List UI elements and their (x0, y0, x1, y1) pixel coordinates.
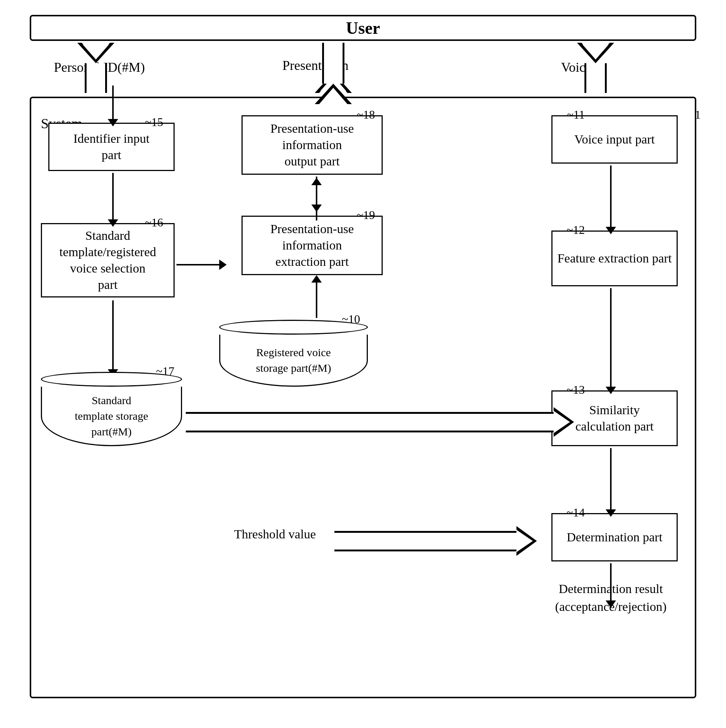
identifier-label: Identifier inputpart (73, 130, 150, 163)
selection-to-registered-arrow (177, 260, 227, 270)
standard-template-label: Standardtemplate/registeredvoice selecti… (59, 228, 156, 294)
voice-input-box: Voice input part (551, 115, 678, 164)
determination-to-result-arrow (606, 563, 616, 608)
standard-template-ref: ~16 (145, 216, 163, 229)
feature-extraction-label: Feature extraction part (557, 250, 672, 266)
user-label: User (346, 18, 380, 38)
registered-voice-label: Registered voicestorage part(#M) (256, 345, 331, 376)
pid-to-identifier-arrow (108, 86, 118, 126)
extraction-to-output-up-arrow (311, 178, 322, 220)
identifier-ref: ~15 (145, 115, 163, 129)
standard-template-box: Standardtemplate/registeredvoice selecti… (41, 223, 175, 297)
presentation-output-box: Presentation-useinformationoutput part (241, 115, 383, 175)
feature-extraction-ref: ~12 (567, 223, 585, 237)
presentation-extraction-label: Presentation-useinformationextraction pa… (270, 221, 354, 270)
feature-to-similarity-arrow (606, 288, 616, 394)
presentation-output-label: Presentation-useinformationoutput part (270, 121, 354, 170)
standard-storage-label: Standardtemplate storagepart(#M) (75, 393, 148, 439)
page: User Personal ID(#M) Presentation Voice … (0, 0, 726, 728)
presentation-to-user-arrow (315, 43, 352, 104)
voice-arrow (577, 43, 614, 93)
registered-to-extraction-arrow (311, 275, 322, 318)
identifier-to-standard-arrow (108, 173, 118, 227)
determination-label: Determination part (567, 529, 662, 546)
user-bar: User (30, 15, 696, 41)
voice-input-label: Voice input part (574, 131, 655, 148)
similarity-label: Similaritycalculation part (575, 402, 654, 434)
presentation-extraction-ref: ~19 (357, 208, 375, 222)
voice-to-feature-arrow (606, 165, 616, 234)
storage-to-similarity-arrow (186, 407, 574, 437)
identifier-box: Identifier inputpart (48, 123, 175, 171)
determination-ref: ~14 (567, 506, 585, 519)
voice-input-ref: ~11 (567, 108, 585, 122)
registered-voice-cylinder: Registered voicestorage part(#M) (219, 320, 368, 387)
similarity-ref: ~13 (567, 383, 585, 397)
standard-to-storage-arrow (108, 300, 118, 377)
feature-extraction-box: Feature extraction part (551, 231, 678, 286)
presentation-output-ref: ~18 (357, 108, 375, 122)
threshold-label: Threshold value (234, 527, 316, 541)
standard-storage-cylinder: Standardtemplate storagepart(#M) (41, 372, 182, 446)
determination-box: Determination part (551, 513, 678, 561)
similarity-to-determination-arrow (606, 448, 616, 517)
presentation-extraction-box: Presentation-useinformationextraction pa… (241, 216, 383, 275)
threshold-to-determination-arrow (334, 526, 537, 556)
